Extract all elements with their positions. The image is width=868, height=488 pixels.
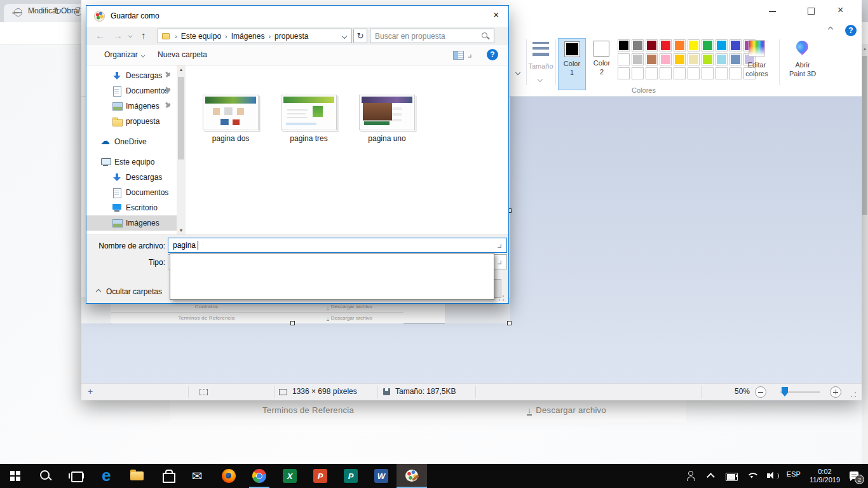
- view-mode-icon[interactable]: [453, 51, 464, 60]
- new-folder-button[interactable]: Nueva carpeta: [158, 50, 207, 59]
- dialog-back-icon[interactable]: ←: [95, 30, 105, 41]
- color-swatch[interactable]: [646, 53, 658, 65]
- color-swatch[interactable]: [715, 39, 728, 51]
- refresh-icon[interactable]: ↻: [353, 29, 367, 43]
- empty-color-swatch[interactable]: [702, 67, 714, 79]
- search-box[interactable]: Buscar en propuesta: [370, 29, 494, 43]
- file-item[interactable]: pagina tres: [274, 95, 344, 143]
- dialog-close-icon[interactable]: ×: [493, 10, 499, 21]
- organize-button[interactable]: Organizar: [104, 50, 138, 59]
- taskbar-button[interactable]: X: [275, 464, 305, 488]
- taskbar-button[interactable]: P: [336, 464, 366, 488]
- address-bar[interactable]: ›Este equipo›Imágenes›propuesta: [158, 29, 352, 43]
- taskbar-button[interactable]: [122, 464, 153, 488]
- taskbar-button[interactable]: [244, 464, 275, 488]
- taskbar-button[interactable]: P: [305, 464, 336, 488]
- open-paint3d-button[interactable]: Abrir Paint 3D: [783, 38, 822, 90]
- file-type-dropdown-icon[interactable]: [498, 261, 501, 264]
- color-swatch[interactable]: [688, 39, 700, 51]
- zoom-slider-thumb[interactable]: [782, 387, 788, 396]
- maximize-icon[interactable]: [808, 8, 815, 15]
- wifi-icon[interactable]: [746, 470, 757, 482]
- browser-forward-icon[interactable]: →: [32, 0, 42, 23]
- dialog-forward-icon[interactable]: →: [113, 30, 123, 41]
- sidebar-item[interactable]: Descargas: [86, 170, 177, 185]
- browser-scrollbar-thumb[interactable]: [862, 56, 867, 215]
- sidebar-item[interactable]: Escritorio: [86, 200, 177, 215]
- hide-folders-button[interactable]: Ocultar carpetas: [97, 287, 162, 296]
- file-item[interactable]: pagina uno: [352, 95, 422, 143]
- battery-icon[interactable]: [726, 470, 737, 482]
- dialog-up-icon[interactable]: ↑: [141, 30, 146, 41]
- breadcrumb-item[interactable]: Imágenes: [231, 32, 265, 41]
- scroll-down-icon[interactable]: ▼: [177, 228, 186, 233]
- empty-color-swatch[interactable]: [688, 67, 700, 79]
- color-swatch[interactable]: [646, 39, 658, 51]
- breadcrumb-item[interactable]: Este equipo: [181, 32, 221, 41]
- filename-dropdown-icon[interactable]: [498, 244, 501, 247]
- color-swatch[interactable]: [715, 53, 728, 65]
- color-swatch[interactable]: [660, 39, 672, 51]
- dialog-resize-grip[interactable]: [498, 295, 505, 301]
- nav-scrollbar[interactable]: ▲ ▼: [177, 65, 186, 234]
- color-swatch[interactable]: [702, 39, 714, 51]
- sidebar-item[interactable]: Documentos: [86, 83, 177, 98]
- empty-color-swatch[interactable]: [618, 67, 630, 79]
- color-swatch[interactable]: [688, 53, 700, 65]
- filename-input[interactable]: pagina: [168, 238, 507, 253]
- selection-handle-corner[interactable]: [507, 321, 512, 325]
- breadcrumb-item[interactable]: propuesta: [275, 32, 308, 41]
- sidebar-item[interactable]: propuesta: [86, 114, 177, 129]
- sidebar-item[interactable]: Descargas: [86, 68, 177, 83]
- scroll-up-icon[interactable]: ▲: [177, 67, 186, 72]
- taskbar-button[interactable]: [214, 464, 244, 488]
- color1-button[interactable]: Color 1: [558, 38, 586, 90]
- address-dropdown-icon[interactable]: [342, 34, 347, 39]
- taskbar-button[interactable]: [31, 464, 61, 488]
- zoom-out-button[interactable]: [755, 386, 766, 398]
- empty-color-swatch[interactable]: [632, 67, 644, 79]
- sidebar-item[interactable]: Este equipo: [86, 154, 177, 170]
- browser-back-icon[interactable]: ←: [10, 0, 20, 23]
- volume-icon[interactable]: [766, 470, 778, 482]
- sidebar-item[interactable]: Imágenes: [86, 215, 177, 231]
- edit-colors-button[interactable]: Editar colores: [740, 38, 774, 90]
- sidebar-item[interactable]: Documentos: [86, 185, 177, 200]
- color2-button[interactable]: Color 2: [588, 38, 616, 90]
- sidebar-item[interactable]: OneDrive: [86, 134, 177, 149]
- sidebar-item[interactable]: Imágenes: [86, 98, 177, 114]
- download-link[interactable]: ↓Descargar archivo: [447, 405, 686, 416]
- empty-color-swatch[interactable]: [674, 67, 686, 79]
- empty-color-swatch[interactable]: [715, 67, 728, 79]
- view-mode-caret-icon[interactable]: [468, 55, 471, 58]
- color-swatch[interactable]: [674, 53, 686, 65]
- scrollbar-up-icon[interactable]: ▲: [862, 46, 868, 51]
- resize-grip[interactable]: [850, 391, 857, 398]
- taskbar-button[interactable]: [61, 464, 92, 488]
- taskbar-button[interactable]: [92, 464, 122, 488]
- zoom-in-button[interactable]: [830, 386, 841, 398]
- color-swatch[interactable]: [618, 53, 630, 65]
- color-swatch[interactable]: [632, 39, 644, 51]
- minimize-icon[interactable]: [769, 11, 776, 12]
- color-swatch[interactable]: [702, 53, 714, 65]
- selection-handle-bottom[interactable]: [290, 321, 295, 325]
- autocomplete-dropdown[interactable]: [170, 253, 494, 300]
- clock[interactable]: 0:02 11/9/2019: [810, 468, 840, 484]
- taskbar-button[interactable]: [0, 464, 31, 488]
- color-swatch[interactable]: [632, 53, 644, 65]
- empty-color-swatch[interactable]: [646, 67, 658, 79]
- language-indicator[interactable]: ESP: [787, 470, 801, 482]
- dialog-titlebar[interactable]: Guardar como ×: [86, 6, 508, 27]
- empty-color-swatch[interactable]: [660, 67, 672, 79]
- color-swatch[interactable]: [660, 53, 672, 65]
- search-icon[interactable]: [482, 32, 489, 40]
- color-swatch[interactable]: [618, 39, 630, 51]
- collapse-ribbon-icon[interactable]: [828, 27, 833, 32]
- taskbar-button[interactable]: [153, 464, 183, 488]
- dialog-help-icon[interactable]: ?: [487, 49, 498, 60]
- nav-scrollbar-thumb[interactable]: [178, 77, 184, 159]
- taskbar-button[interactable]: W: [366, 464, 397, 488]
- taskbar-button[interactable]: [183, 464, 214, 488]
- paint-help-icon[interactable]: ?: [845, 25, 857, 36]
